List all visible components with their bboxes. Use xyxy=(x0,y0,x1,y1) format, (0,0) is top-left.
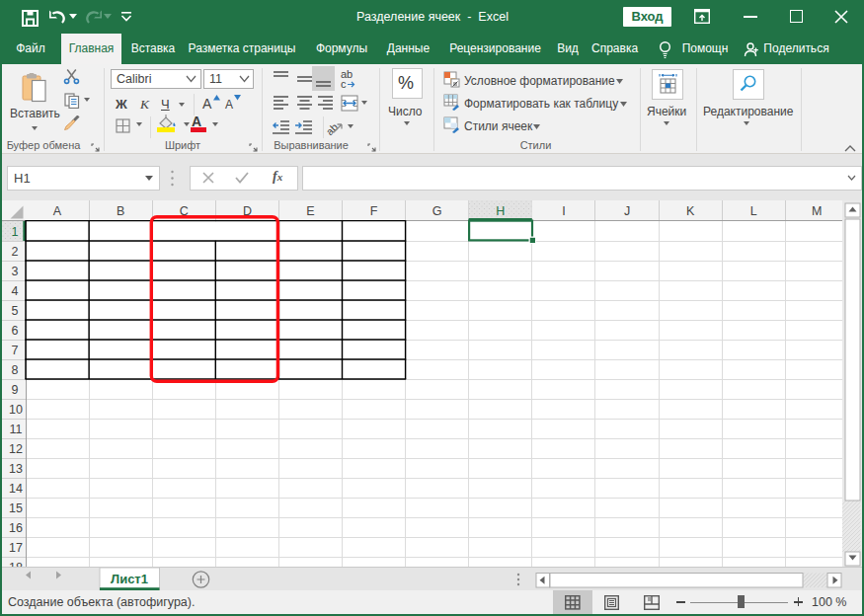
svg-text:H: H xyxy=(496,204,505,218)
svg-text:8: 8 xyxy=(12,363,19,377)
svg-text:9: 9 xyxy=(12,383,19,397)
svg-text:3: 3 xyxy=(12,265,19,278)
svg-text:13: 13 xyxy=(9,462,23,476)
svg-text:11: 11 xyxy=(10,423,23,436)
svg-text:14: 14 xyxy=(9,482,23,496)
svg-text:15: 15 xyxy=(9,501,23,515)
svg-text:F: F xyxy=(370,204,378,218)
svg-text:K: K xyxy=(686,204,695,218)
svg-text:G: G xyxy=(432,204,442,218)
svg-text:17: 17 xyxy=(9,541,23,555)
svg-text:B: B xyxy=(117,204,124,218)
svg-text:4: 4 xyxy=(12,284,19,298)
svg-text:6: 6 xyxy=(12,324,19,338)
svg-text:L: L xyxy=(750,204,757,218)
svg-text:12: 12 xyxy=(9,442,23,456)
svg-text:c: c xyxy=(341,78,347,89)
svg-text:16: 16 xyxy=(9,521,23,535)
svg-text:I: I xyxy=(562,204,565,218)
svg-text:1: 1 xyxy=(12,225,19,239)
svg-text:2: 2 xyxy=(12,245,19,259)
svg-text:Лист1: Лист1 xyxy=(111,572,148,586)
svg-text:7: 7 xyxy=(12,344,19,357)
svg-text:M: M xyxy=(812,204,822,218)
svg-text:A: A xyxy=(53,204,62,218)
svg-text:J: J xyxy=(624,204,630,218)
svg-text:10: 10 xyxy=(9,403,23,417)
svg-text:5: 5 xyxy=(12,304,19,318)
svg-text:E: E xyxy=(306,204,314,218)
